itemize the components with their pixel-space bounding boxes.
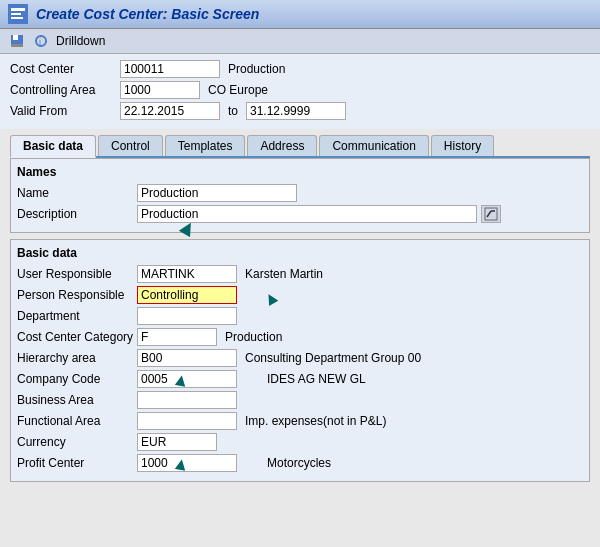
hierarchy-area-input[interactable] xyxy=(137,349,237,367)
user-responsible-label: User Responsible xyxy=(17,267,137,281)
business-area-row: Business Area xyxy=(17,391,583,409)
cost-center-category-name: Production xyxy=(225,330,282,344)
functional-area-input[interactable] xyxy=(137,412,237,430)
hierarchy-area-label: Hierarchy area xyxy=(17,351,137,365)
department-input[interactable] xyxy=(137,307,237,325)
company-code-label: Company Code xyxy=(17,372,137,386)
valid-from-row: Valid From to xyxy=(10,102,590,120)
page-title: Create Cost Center: Basic Screen xyxy=(36,6,259,22)
controlling-area-input[interactable] xyxy=(120,81,200,99)
header-form: Cost Center Production Controlling Area … xyxy=(0,54,600,129)
business-area-input[interactable] xyxy=(137,391,237,409)
valid-from-input[interactable] xyxy=(120,102,220,120)
functional-area-label: Functional Area xyxy=(17,414,137,428)
names-panel: Names Name Description ▲ xyxy=(10,158,590,233)
svg-line-12 xyxy=(487,211,491,217)
svg-rect-11 xyxy=(485,208,497,220)
edit-description-button[interactable] xyxy=(481,205,501,223)
person-responsible-input[interactable] xyxy=(137,286,237,304)
name-row: Name xyxy=(17,184,583,202)
currency-row: Currency xyxy=(17,433,583,451)
to-label: to xyxy=(228,104,238,118)
svg-rect-7 xyxy=(11,44,23,47)
department-label: Department xyxy=(17,309,137,323)
cost-center-row: Cost Center Production xyxy=(10,60,590,78)
cost-center-label: Cost Center xyxy=(10,62,120,76)
company-code-name: IDES AG NEW GL xyxy=(267,372,366,386)
person-responsible-label: Person Responsible xyxy=(17,288,137,302)
department-row: Department xyxy=(17,307,583,325)
tab-control[interactable]: Control xyxy=(98,135,163,156)
basic-data-panel: Basic data User Responsible Karsten Mart… xyxy=(10,239,590,482)
description-row: Description ▲ xyxy=(17,205,583,223)
profit-center-row: Profit Center ▲ Motorcycles xyxy=(17,454,583,472)
name-input[interactable] xyxy=(137,184,297,202)
app-icon xyxy=(8,4,28,24)
svg-rect-1 xyxy=(11,8,25,11)
functional-area-row: Functional Area Imp. expenses(not in P&L… xyxy=(17,412,583,430)
controlling-area-label: Controlling Area xyxy=(10,83,120,97)
cost-center-category-input[interactable] xyxy=(137,328,217,346)
title-bar: Create Cost Center: Basic Screen xyxy=(0,0,600,29)
tab-templates[interactable]: Templates xyxy=(165,135,246,156)
cost-center-category-label: Cost Center Category xyxy=(17,330,137,344)
company-code-row: Company Code ▲ IDES AG NEW GL xyxy=(17,370,583,388)
user-responsible-name: Karsten Martin xyxy=(245,267,323,281)
save-icon[interactable] xyxy=(8,32,26,50)
controlling-area-name: CO Europe xyxy=(208,83,268,97)
toolbar: i Drilldown xyxy=(0,29,600,54)
user-responsible-input[interactable] xyxy=(137,265,237,283)
profit-center-label: Profit Center xyxy=(17,456,137,470)
tab-address[interactable]: Address xyxy=(247,135,317,156)
cost-center-name: Production xyxy=(228,62,285,76)
basic-data-panel-title: Basic data xyxy=(17,246,583,260)
profit-center-arrow: ▲ xyxy=(170,453,191,477)
tab-history[interactable]: History xyxy=(431,135,494,156)
controlling-area-row: Controlling Area CO Europe xyxy=(10,81,590,99)
person-responsible-row: Person Responsible ▲ xyxy=(17,286,583,304)
functional-area-name: Imp. expenses(not in P&L) xyxy=(245,414,386,428)
svg-rect-6 xyxy=(13,35,18,40)
cost-center-category-row: Cost Center Category Production xyxy=(17,328,583,346)
user-responsible-row: User Responsible Karsten Martin xyxy=(17,265,583,283)
currency-input[interactable] xyxy=(137,433,217,451)
description-label: Description xyxy=(17,207,137,221)
company-code-arrow: ▲ xyxy=(170,369,191,393)
valid-to-input[interactable] xyxy=(246,102,346,120)
svg-rect-3 xyxy=(11,17,23,19)
hierarchy-area-row: Hierarchy area Consulting Department Gro… xyxy=(17,349,583,367)
hierarchy-area-name: Consulting Department Group 00 xyxy=(245,351,421,365)
currency-label: Currency xyxy=(17,435,137,449)
valid-from-label: Valid From xyxy=(10,104,120,118)
name-label: Name xyxy=(17,186,137,200)
drilldown-label[interactable]: Drilldown xyxy=(56,34,105,48)
tabs-container: Basic data Control Templates Address Com… xyxy=(10,135,590,158)
drilldown-icon[interactable]: i xyxy=(32,32,50,50)
profit-center-name: Motorcycles xyxy=(267,456,331,470)
tab-communication[interactable]: Communication xyxy=(319,135,428,156)
tab-basic-data[interactable]: Basic data xyxy=(10,135,96,158)
svg-text:i: i xyxy=(39,37,41,47)
business-area-label: Business Area xyxy=(17,393,137,407)
cost-center-input[interactable] xyxy=(120,60,220,78)
svg-rect-2 xyxy=(11,13,21,15)
names-panel-title: Names xyxy=(17,165,583,179)
